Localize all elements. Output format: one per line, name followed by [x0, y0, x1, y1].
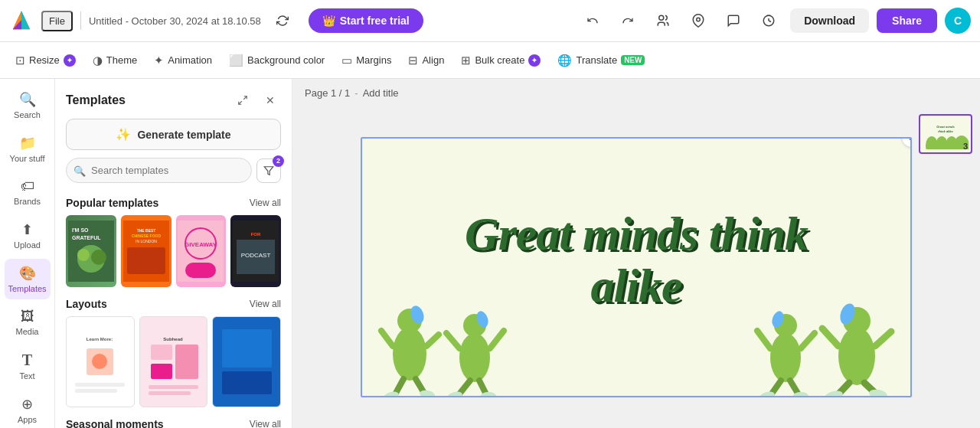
theme-button[interactable]: ◑ Theme: [85, 49, 145, 72]
sidebar-item-search[interactable]: 🔍 Search: [5, 85, 51, 126]
undo-button[interactable]: [579, 7, 606, 34]
template-thumb-2[interactable]: THE BEST CHINESE FOOD IN LONDON: [121, 215, 172, 287]
svg-text:PODCAST: PODCAST: [241, 252, 271, 259]
canvas-text-container: Great minds think alike: [465, 207, 808, 312]
template-thumb-1[interactable]: I'M SO GRATEFUL: [66, 215, 116, 287]
svg-text:GRATEFUL: GRATEFUL: [72, 235, 101, 240]
sidebar-item-your-stuff[interactable]: 📁 Your stuff: [5, 129, 51, 169]
svg-line-11: [239, 101, 242, 104]
page-thumbnail-number: 3: [963, 142, 968, 151]
canvas-document[interactable]: ✕ Great minds think alike: [361, 137, 912, 397]
page-separator: -: [354, 87, 358, 99]
template-thumb-4[interactable]: FOR PODCAST: [230, 215, 281, 287]
svg-line-80: [757, 331, 770, 348]
media-icon: 🖼: [21, 309, 34, 325]
share-button[interactable]: Share: [877, 8, 937, 33]
timer-icon[interactable]: [755, 7, 782, 34]
sidebar-item-apps[interactable]: ⊕ Apps: [5, 390, 51, 428]
svg-rect-42: [151, 364, 172, 379]
svg-line-10: [243, 96, 247, 100]
top-navigation: File Untitled - October 30, 2024 at 18.1…: [0, 0, 980, 42]
theme-icon: ◑: [93, 54, 103, 67]
sidebar-item-text[interactable]: T Text: [5, 345, 51, 387]
canvas-topbar: Page 1 / 1 - Add title: [292, 79, 980, 106]
sidebar-item-media[interactable]: 🖼 Media: [5, 302, 51, 342]
canvas-wrapper[interactable]: ✕ Great minds think alike: [292, 106, 980, 428]
svg-text:CHINESE FOOD: CHINESE FOOD: [132, 234, 161, 238]
page-indicator: Page 1 / 1: [305, 87, 350, 99]
apps-icon: ⊕: [21, 396, 33, 413]
location-icon[interactable]: [684, 7, 712, 34]
animation-button[interactable]: ✦ Animation: [146, 49, 220, 72]
svg-line-8: [769, 21, 771, 22]
resize-icon: ⊡: [15, 54, 25, 67]
close-panel-button[interactable]: ✕: [260, 90, 281, 111]
svg-rect-44: [149, 391, 191, 395]
popular-view-all[interactable]: View all: [250, 198, 281, 208]
expand-panel-button[interactable]: [232, 90, 253, 111]
sidebar-item-upload[interactable]: ⬆ Upload: [5, 215, 51, 256]
svg-point-16: [91, 250, 106, 265]
svg-point-35: [92, 354, 107, 369]
add-title-link[interactable]: Add title: [363, 87, 399, 99]
seasonal-section-title: Seasonal moments: [66, 418, 164, 428]
download-button[interactable]: Download: [790, 8, 869, 33]
svg-text:IN LONDON: IN LONDON: [136, 239, 157, 243]
layouts-section-title: Layouts: [66, 298, 107, 310]
crown-icon: 👑: [322, 15, 335, 27]
file-menu[interactable]: File: [41, 11, 73, 31]
comments-icon[interactable]: [720, 7, 747, 34]
bulk-create-button[interactable]: ⊞ Bulk create ✦: [453, 49, 548, 72]
templates-icon: 🎨: [19, 265, 36, 282]
canva-logo[interactable]: [9, 8, 34, 33]
editor-toolbar: ⊡ Resize ✦ ◑ Theme ✦ Animation ⬜ Backgro…: [0, 42, 980, 79]
seasonal-view-all[interactable]: View all: [250, 419, 281, 428]
canvas-area: Page 1 / 1 - Add title ✕ Great minds thi…: [292, 79, 980, 428]
align-button[interactable]: ⊟ Align: [400, 49, 452, 72]
user-avatar[interactable]: C: [945, 8, 971, 34]
template-thumb-3[interactable]: GIVEAWAY: [176, 215, 227, 287]
svg-marker-12: [264, 166, 273, 175]
page-thumbnail[interactable]: Great minds think alike 3: [919, 114, 972, 154]
generate-icon: ✨: [116, 127, 131, 142]
sidebar-item-templates[interactable]: 🎨 Templates: [5, 259, 51, 299]
filter-button[interactable]: 2: [256, 158, 281, 183]
svg-text:think alike: think alike: [938, 129, 953, 133]
sidebar-item-brands[interactable]: 🏷 Brands: [5, 172, 51, 212]
background-color-button[interactable]: ⬜ Background color: [221, 49, 332, 72]
translate-button[interactable]: 🌐 Translate NEW: [550, 49, 652, 72]
resize-button[interactable]: ⊡ Resize ✦: [8, 49, 83, 72]
search-input-wrap: 🔍: [66, 158, 252, 183]
layouts-view-all[interactable]: View all: [250, 299, 281, 309]
translate-icon: 🌐: [557, 54, 572, 67]
svg-text:GIVEAWAY: GIVEAWAY: [185, 241, 217, 248]
svg-point-5: [659, 15, 664, 20]
redo-button[interactable]: [614, 7, 642, 34]
search-templates-input[interactable]: [66, 158, 252, 183]
svg-point-59: [393, 327, 426, 381]
svg-line-89: [822, 328, 838, 346]
svg-line-63: [426, 335, 439, 346]
upload-icon: ⬆: [21, 221, 33, 238]
layout-thumb-1[interactable]: Learn More:: [66, 316, 135, 408]
collaborators-icon[interactable]: [649, 7, 677, 34]
background-icon: ⬜: [229, 54, 243, 67]
autosave-icon[interactable]: [269, 7, 296, 34]
filter-count-badge: 2: [273, 155, 284, 167]
sidebar-icons: 🔍 Search 📁 Your stuff 🏷 Brands ⬆ Upload …: [0, 79, 55, 428]
margins-button[interactable]: ▭ Margins: [334, 49, 399, 72]
svg-text:Great minds: Great minds: [936, 125, 955, 129]
seasonal-section-header: Seasonal moments View all: [66, 418, 281, 428]
svg-point-77: [770, 333, 801, 382]
template-search-row: 🔍 2: [66, 158, 281, 183]
svg-text:FOR: FOR: [251, 232, 261, 237]
bulk-create-icon: ⊞: [461, 54, 471, 67]
start-trial-button[interactable]: 👑 Start free trial: [309, 8, 423, 33]
svg-rect-37: [75, 389, 117, 393]
layout-thumb-3[interactable]: [212, 316, 281, 408]
generate-template-button[interactable]: ✨ Generate template: [66, 119, 281, 150]
resize-badge: ✦: [64, 54, 76, 67]
svg-point-86: [838, 327, 875, 385]
layout-thumb-2[interactable]: Subhead: [139, 316, 208, 408]
templates-scroll-area[interactable]: Popular templates View all I'M SO GRATEF…: [55, 191, 292, 428]
